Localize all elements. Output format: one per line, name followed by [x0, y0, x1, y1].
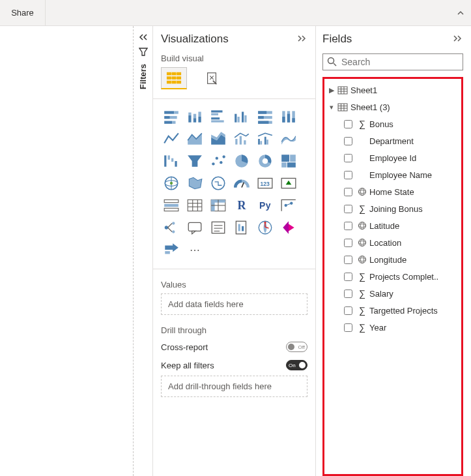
- globe-icon: [356, 221, 368, 230]
- viz-100-stacked-bar[interactable]: [255, 107, 276, 126]
- field-checkbox[interactable]: [344, 154, 352, 162]
- cross-report-toggle[interactable]: Off: [286, 342, 307, 352]
- viz-stacked-column[interactable]: [184, 107, 205, 126]
- share-button[interactable]: Share: [0, 0, 46, 25]
- viz-qa[interactable]: [184, 218, 205, 237]
- viz-pie[interactable]: [231, 151, 252, 171]
- viz-azure-map[interactable]: [208, 173, 229, 193]
- viz-more-visuals[interactable]: ⋯: [184, 240, 205, 260]
- viz-line-clustered-column[interactable]: [255, 129, 276, 149]
- table-sheet1[interactable]: ▶ Sheet1: [326, 82, 460, 98]
- field-latitude[interactable]: Latitude: [326, 217, 460, 234]
- viz-power-automate[interactable]: [161, 240, 182, 260]
- chevron-right-double-icon: [297, 35, 307, 42]
- viz-stacked-bar[interactable]: [161, 107, 182, 126]
- fields-tree-highlighted: ▶ Sheet1 ▾ Sheet1 (3) ∑BonusDepartmentEm…: [322, 77, 463, 476]
- sigma-icon: ∑: [356, 322, 368, 333]
- fields-expand-button[interactable]: [453, 33, 463, 45]
- build-visual-tab[interactable]: [161, 67, 187, 89]
- field-checkbox[interactable]: [344, 256, 352, 264]
- field-checkbox[interactable]: [344, 273, 352, 281]
- field-checkbox[interactable]: [344, 306, 352, 315]
- field-checkbox[interactable]: [344, 137, 352, 145]
- viz-kpi[interactable]: [278, 173, 299, 193]
- viz-clustered-column[interactable]: [231, 107, 252, 126]
- canvas-area[interactable]: [0, 26, 134, 476]
- viz-treemap[interactable]: [278, 151, 299, 171]
- viz-python[interactable]: Py: [255, 196, 276, 215]
- viz-power-apps[interactable]: [278, 218, 299, 237]
- viz-ribbon[interactable]: [278, 129, 299, 149]
- chevron-left-double-icon: [139, 33, 148, 41]
- viz-table[interactable]: [184, 196, 205, 215]
- collapse-ribbon-button[interactable]: [450, 0, 471, 25]
- viz-map[interactable]: [161, 173, 182, 193]
- globe-icon: [356, 255, 368, 264]
- keep-all-filters-label: Keep all filters: [161, 361, 214, 370]
- viz-slicer[interactable]: [161, 196, 182, 215]
- viz-smart-narrative[interactable]: [208, 218, 229, 237]
- funnel-icon: [139, 47, 148, 59]
- field-targetted-projects[interactable]: ∑Targetted Projects: [326, 302, 460, 319]
- viz-area[interactable]: [184, 129, 205, 149]
- viz-key-influencers[interactable]: [278, 196, 299, 215]
- field-checkbox[interactable]: [344, 239, 352, 247]
- field-year[interactable]: ∑Year: [326, 319, 460, 336]
- visualizations-expand-button[interactable]: [297, 33, 307, 45]
- topbar-spacer: [46, 0, 450, 25]
- field-employee-name[interactable]: Employee Name: [326, 166, 460, 183]
- viz-scatter[interactable]: [208, 151, 229, 171]
- collapse-icon: ▾: [327, 103, 336, 112]
- viz-r-script[interactable]: R: [231, 196, 252, 215]
- viz-arcgis-map[interactable]: [255, 218, 276, 237]
- viz-line[interactable]: [161, 129, 182, 149]
- table-sheet1-3[interactable]: ▾ Sheet1 (3): [326, 98, 460, 115]
- viz-gauge[interactable]: [231, 173, 252, 193]
- viz-card[interactable]: [255, 173, 276, 193]
- viz-100-stacked-column[interactable]: [278, 107, 299, 126]
- fields-search-input[interactable]: [341, 57, 459, 67]
- keep-all-filters-toggle[interactable]: On: [286, 360, 307, 370]
- viz-filled-map[interactable]: [184, 173, 205, 193]
- filters-expand-button[interactable]: [139, 33, 148, 43]
- field-department[interactable]: Department: [326, 132, 460, 149]
- values-drop-zone[interactable]: Add data fields here: [161, 293, 307, 315]
- field-salary[interactable]: ∑Salary: [326, 285, 460, 302]
- table-icon: [337, 102, 348, 112]
- drill-through-drop-zone[interactable]: Add drill-through fields here: [161, 376, 307, 397]
- field-employee-id[interactable]: Employee Id: [326, 149, 460, 166]
- topbar: Share: [0, 0, 471, 26]
- viz-line-stacked-column[interactable]: [231, 129, 252, 149]
- field-longitude[interactable]: Longitude: [326, 251, 460, 268]
- field-checkbox[interactable]: [344, 323, 352, 332]
- viz-stacked-area[interactable]: [208, 129, 229, 149]
- field-projects-complet-[interactable]: ∑Projects Complet..: [326, 268, 460, 285]
- fields-search[interactable]: [322, 53, 463, 70]
- viz-paginated-report[interactable]: [231, 218, 252, 237]
- field-name: Employee Name: [369, 170, 432, 180]
- viz-donut[interactable]: [255, 151, 276, 171]
- field-checkbox[interactable]: [344, 290, 352, 298]
- viz-waterfall[interactable]: [161, 151, 182, 171]
- viz-funnel[interactable]: [184, 151, 205, 171]
- viz-clustered-bar[interactable]: [208, 107, 229, 126]
- globe-icon: [356, 238, 368, 247]
- field-bonus[interactable]: ∑Bonus: [326, 115, 460, 132]
- field-home-state[interactable]: Home State: [326, 183, 460, 200]
- visualizations-title: Visualizations: [161, 33, 229, 46]
- field-checkbox[interactable]: [344, 222, 352, 230]
- filters-pane-collapsed: Filters: [134, 26, 153, 476]
- field-name: Year: [369, 323, 386, 333]
- viz-decomposition-tree[interactable]: [161, 218, 182, 237]
- field-name: Department: [369, 136, 414, 146]
- field-name: Joining Bonus: [369, 204, 423, 214]
- format-visual-tab[interactable]: [199, 67, 225, 89]
- field-checkbox[interactable]: [344, 171, 352, 179]
- viz-matrix[interactable]: [208, 196, 229, 215]
- field-location[interactable]: Location: [326, 234, 460, 251]
- field-checkbox[interactable]: [344, 120, 352, 128]
- field-checkbox[interactable]: [344, 188, 352, 196]
- chevron-up-icon: [457, 9, 464, 17]
- field-checkbox[interactable]: [344, 205, 352, 213]
- field-joining-bonus[interactable]: ∑Joining Bonus: [326, 200, 460, 217]
